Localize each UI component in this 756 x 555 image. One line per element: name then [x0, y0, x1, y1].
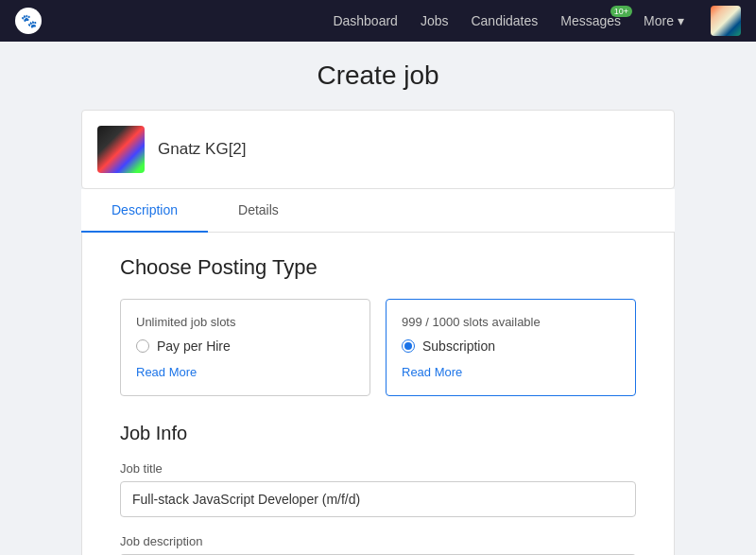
subscription-top-label: 999 / 1000 slots available: [402, 315, 620, 329]
job-title-group: Job title: [120, 461, 636, 517]
content-area: Choose Posting Type Unlimited job slots …: [81, 233, 675, 555]
subscription-radio[interactable]: [402, 339, 415, 353]
pay-per-hire-radio-row[interactable]: Pay per Hire: [136, 338, 354, 354]
job-info-title: Job Info: [120, 423, 636, 444]
job-title-label: Job title: [120, 461, 636, 476]
pay-per-hire-label: Pay per Hire: [157, 338, 231, 354]
job-description-group: Job description B I ≡ ≣ We really believ…: [120, 534, 636, 555]
main-content: Create job Gnatz KG[2] Description Detai…: [66, 42, 690, 555]
messages-badge: 10+: [610, 6, 632, 17]
company-logo: [97, 126, 145, 173]
pay-per-hire-radio[interactable]: [136, 339, 149, 353]
nav-logo: 🐾: [15, 8, 42, 34]
page-title: Create job: [81, 61, 675, 91]
subscription-radio-row[interactable]: Subscription: [402, 338, 620, 354]
subscription-label: Subscription: [422, 338, 495, 354]
tab-description[interactable]: Description: [81, 189, 208, 233]
tab-details[interactable]: Details: [208, 189, 309, 233]
nav-link-jobs[interactable]: Jobs: [421, 13, 449, 28]
nav-link-messages[interactable]: Messages 10+: [560, 13, 621, 28]
nav-link-candidates[interactable]: Candidates: [471, 13, 538, 28]
job-description-label: Job description: [120, 534, 636, 548]
tab-bar: Description Details: [81, 189, 675, 233]
navbar: 🐾 Dashboard Jobs Candidates Messages 10+…: [0, 0, 756, 42]
user-avatar[interactable]: [711, 6, 741, 36]
posting-option-pay-per-hire[interactable]: Unlimited job slots Pay per Hire Read Mo…: [120, 299, 370, 396]
posting-section-title: Choose Posting Type: [120, 255, 636, 280]
posting-option-subscription[interactable]: 999 / 1000 slots available Subscription …: [386, 299, 636, 396]
company-card: Gnatz KG[2]: [81, 110, 675, 189]
job-title-input[interactable]: [120, 481, 636, 517]
company-name: Gnatz KG[2]: [158, 140, 247, 159]
pay-per-hire-read-more[interactable]: Read More: [136, 365, 197, 379]
posting-options: Unlimited job slots Pay per Hire Read Mo…: [120, 299, 636, 396]
nav-link-dashboard[interactable]: Dashboard: [333, 13, 398, 28]
nav-more-button[interactable]: More ▾: [644, 13, 684, 28]
subscription-read-more[interactable]: Read More: [402, 365, 462, 379]
pay-per-hire-top-label: Unlimited job slots: [136, 315, 354, 329]
